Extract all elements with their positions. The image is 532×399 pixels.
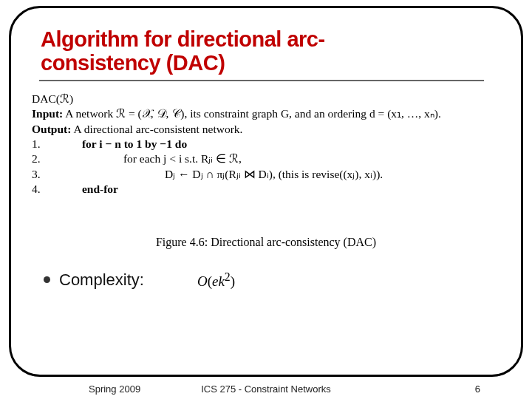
complexity-label: Complexity:: [59, 270, 144, 290]
slide-title: Algorithm for directional arc- consisten…: [41, 27, 500, 75]
input-label: Input:: [32, 107, 63, 120]
output-text: A directional arc-consistent network.: [73, 123, 242, 135]
algo-output: Output: A directional arc-consistent net…: [32, 122, 500, 136]
algo-input: Input: A network ℛ = (𝒳, 𝒟, 𝒞), its cons…: [32, 106, 500, 120]
line-text: end-for: [82, 183, 118, 195]
footer-center: ICS 275 - Constraint Networks: [201, 383, 331, 395]
line-text: for each j < i s.t. Rⱼᵢ ∈ ℛ,: [50, 152, 242, 165]
algo-line-3: 3. Dⱼ ← Dⱼ ∩ πⱼ(Rⱼᵢ ⋈ Dᵢ), (this is revi…: [32, 167, 500, 181]
complexity-formula: O(ek2): [197, 270, 235, 290]
complexity-row: Complexity: O(ek2): [32, 270, 500, 290]
slide-footer: Spring 2009 ICS 275 - Constraint Network…: [0, 383, 532, 395]
line-num: 2.: [32, 151, 47, 166]
footer-page-number: 6: [475, 383, 480, 395]
algo-line-4: 4. end-for: [32, 182, 500, 196]
bullet-icon: [44, 276, 50, 283]
line-text: for i − n to 1 by −1 do: [82, 137, 187, 150]
line-num: 3.: [32, 167, 47, 181]
algo-line-1: 1. for i − n to 1 by −1 do: [32, 137, 500, 151]
title-line-1: Algorithm for directional arc-: [41, 27, 500, 51]
slide-frame: Algorithm for directional arc- consisten…: [9, 6, 523, 377]
output-label: Output:: [32, 123, 71, 135]
line-text: Dⱼ ← Dⱼ ∩ πⱼ(Rⱼᵢ ⋈ Dᵢ), (this is revise(…: [50, 168, 383, 180]
title-underline: [39, 80, 484, 81]
title-line-2: consistency (DAC): [41, 51, 500, 75]
algorithm-block: DAC(ℛ) Input: A network ℛ = (𝒳, 𝒟, 𝒞), i…: [32, 92, 500, 250]
input-text: A network ℛ = (𝒳, 𝒟, 𝒞), its constraint …: [65, 107, 441, 120]
algo-name: DAC(ℛ): [32, 92, 500, 106]
line-num: 4.: [32, 182, 47, 196]
footer-left: Spring 2009: [89, 383, 140, 395]
algo-line-2: 2. for each j < i s.t. Rⱼᵢ ∈ ℛ,: [32, 151, 500, 166]
figure-caption: Figure 4.6: Directional arc-consistency …: [32, 235, 500, 250]
line-num: 1.: [32, 137, 47, 151]
